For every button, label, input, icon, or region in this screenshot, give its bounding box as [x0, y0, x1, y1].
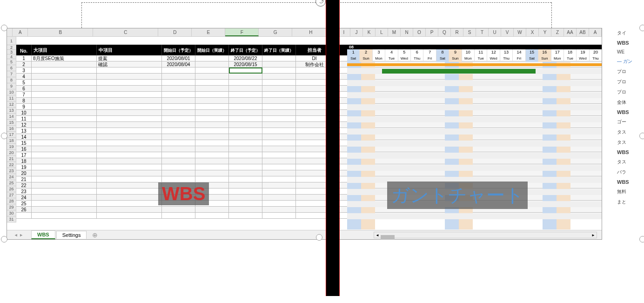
tab-settings[interactable]: Settings [56, 231, 87, 239]
row-header-3[interactable]: 3 [7, 50, 16, 54]
col-header-Q[interactable]: Q [438, 28, 451, 36]
col-header-L[interactable]: L [376, 28, 388, 36]
row-header-30[interactable]: 30 [7, 210, 16, 216]
row-header-31[interactable]: 31 [7, 216, 16, 222]
gantt-overlay-label: ガントチャート [387, 182, 528, 209]
col-major: 大項目 [32, 45, 97, 55]
row-header-12[interactable]: 12 [7, 101, 16, 108]
col-header-S[interactable]: S [463, 28, 476, 36]
col-header-E[interactable]: E [192, 28, 225, 36]
tab-add-button[interactable]: ⊕ [90, 231, 100, 239]
gantt-month-header: 08 [347, 45, 602, 49]
tab-nav-arrows[interactable]: ◄ ► [7, 233, 30, 237]
toc-item[interactable]: WBS [616, 38, 644, 47]
col-header-X[interactable]: X [526, 28, 539, 36]
col-header-O[interactable]: O [413, 28, 426, 36]
row-header-27[interactable]: 27 [7, 192, 16, 198]
tab-wbs[interactable]: WBS [31, 230, 55, 239]
col-header-V[interactable]: V [501, 28, 514, 36]
toc-item[interactable]: タス [616, 127, 644, 137]
resize-handle-icon[interactable] [639, 236, 644, 242]
row-header-15[interactable]: 15 [7, 120, 16, 126]
toc-item[interactable]: タイ [616, 28, 644, 38]
row-header-21[interactable]: 21 [7, 156, 16, 162]
col-header-AB[interactable]: AB [577, 28, 589, 36]
toc-item[interactable]: WE [616, 47, 644, 56]
row-header-19[interactable]: 19 [7, 144, 16, 150]
row-header-22[interactable]: 22 [7, 162, 16, 168]
toc-item[interactable]: まと [616, 197, 644, 207]
toc-item[interactable]: バラ [616, 167, 644, 177]
row-header-7[interactable]: 7 [7, 71, 16, 77]
col-header-R[interactable]: R [451, 28, 463, 36]
row-header-6[interactable]: 6 [7, 65, 16, 71]
col-header-J[interactable]: J [350, 28, 363, 36]
horizontal-scrollbar[interactable]: ◄ ► [374, 232, 597, 238]
toc-item[interactable]: 全体 [616, 97, 644, 108]
row-header-14[interactable]: 14 [7, 114, 16, 120]
col-header-A[interactable]: A [13, 28, 28, 36]
row-header-9[interactable]: 9 [7, 83, 16, 89]
row-header-18[interactable]: 18 [7, 138, 16, 144]
rotate-handle-icon[interactable] [315, 0, 326, 7]
toc-item[interactable]: WBS [616, 177, 644, 187]
row-header-8[interactable]: 8 [7, 77, 16, 83]
scroll-thumb[interactable] [381, 235, 395, 240]
col-header-K[interactable]: K [363, 28, 376, 36]
select-all-corner[interactable] [7, 28, 13, 36]
col-header-B[interactable]: B [28, 28, 93, 36]
scroll-left-icon[interactable]: ◄ [374, 233, 381, 237]
row-header-25[interactable]: 25 [7, 180, 16, 186]
col-header-Y[interactable]: Y [539, 28, 551, 36]
col-header-U[interactable]: U [489, 28, 501, 36]
col-header-A[interactable]: A [589, 28, 602, 36]
toc-item[interactable]: プロ [616, 87, 644, 97]
col-header-N[interactable]: N [401, 28, 413, 36]
toc-item[interactable]: タス [616, 137, 644, 148]
row-header-13[interactable]: 13 [7, 108, 16, 114]
toc-item[interactable]: ゴー [616, 117, 644, 127]
gantt-day-17: 17Mon [551, 49, 564, 62]
toc-item[interactable]: プロ [616, 77, 644, 87]
toc-item[interactable]: WBS [616, 108, 644, 117]
row-header-2[interactable]: 2 [7, 45, 16, 50]
col-header-Z[interactable]: Z [551, 28, 564, 36]
row-header-17[interactable]: 17 [7, 132, 16, 138]
scroll-right-icon[interactable]: ► [590, 233, 597, 237]
col-header-C[interactable]: C [93, 28, 158, 36]
toc-item[interactable]: タス [616, 157, 644, 167]
row-header-29[interactable]: 29 [7, 204, 16, 210]
row-header-20[interactable]: 20 [7, 150, 16, 156]
gantt-day-2: 2Sun [360, 49, 372, 62]
toc-item[interactable]: プロ [616, 67, 644, 77]
gantt-day-20: 20Thu [590, 49, 602, 62]
gantt-day-13: 13Thu [500, 49, 513, 62]
row-header-10[interactable]: 10 [7, 89, 16, 95]
row-header-23[interactable]: 23 [7, 168, 16, 174]
row-header-4[interactable]: 4 [7, 54, 16, 59]
col-header-F[interactable]: F [225, 28, 259, 36]
toc-item[interactable]: WBS [616, 148, 644, 157]
col-header-M[interactable]: M [388, 28, 401, 36]
col-header-I[interactable]: I [338, 28, 350, 36]
col-header-P[interactable]: P [426, 28, 438, 36]
col-header-D[interactable]: D [158, 28, 192, 36]
toc-item[interactable]: ガン [616, 56, 644, 67]
col-header-T[interactable]: T [476, 28, 489, 36]
gantt-day-5: 5Wed [398, 49, 411, 62]
side-toc-panel: タイWBSWEガンプロプロプロ全体WBSゴータスタスWBSタスバラWBS無料まと [616, 28, 644, 207]
row-header-5[interactable]: 5 [7, 59, 16, 65]
row-header-24[interactable]: 24 [7, 174, 16, 180]
col-header-H[interactable]: H [292, 28, 329, 36]
row-header-1[interactable]: 1 [7, 37, 16, 45]
row-header-16[interactable]: 16 [7, 126, 16, 132]
col-header-W[interactable]: W [514, 28, 526, 36]
toc-item[interactable]: 無料 [616, 187, 644, 197]
row-header-28[interactable]: 28 [7, 198, 16, 204]
col-header-AA[interactable]: AA [564, 28, 577, 36]
col-header-G[interactable]: G [259, 28, 292, 36]
gantt-day-11: 11Tue [475, 49, 487, 62]
row-header-26[interactable]: 26 [7, 186, 16, 192]
row-header-11[interactable]: 11 [7, 95, 16, 101]
col-end-plan: 終了日（予定） [229, 45, 262, 55]
